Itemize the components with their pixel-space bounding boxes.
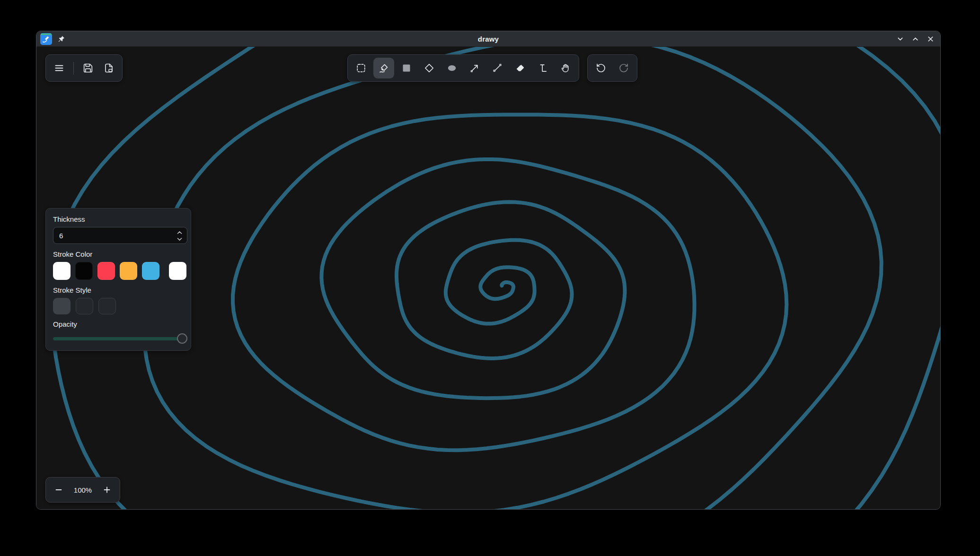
export-button[interactable]	[98, 58, 119, 78]
window-controls	[896, 31, 935, 47]
color-swatch[interactable]	[75, 262, 93, 280]
thickness-spinner	[176, 229, 183, 242]
rectangle-icon	[401, 62, 412, 74]
close-button[interactable]	[926, 35, 935, 43]
zoom-level: 100%	[67, 486, 99, 494]
thickness-input[interactable]	[53, 227, 187, 243]
ellipse-icon	[446, 62, 458, 74]
color-palette	[53, 262, 164, 280]
stroke-style-dashed-button[interactable]	[76, 298, 93, 314]
ellipse-tool-button[interactable]	[441, 58, 462, 78]
stroke-style-dotted-button[interactable]	[98, 298, 116, 314]
hand-icon	[560, 62, 571, 74]
line-icon	[492, 62, 503, 74]
arrow-icon	[469, 62, 480, 74]
text-icon	[537, 62, 548, 74]
undo-button[interactable]	[591, 58, 611, 78]
arrow-tool-button[interactable]	[464, 58, 485, 78]
rectangle-tool-button[interactable]	[396, 58, 417, 78]
close-icon	[927, 35, 935, 43]
diamond-tool-button[interactable]	[419, 58, 440, 78]
stroke-style-solid-button[interactable]	[53, 298, 71, 314]
chevron-up-icon	[177, 231, 182, 235]
color-swatch[interactable]	[97, 262, 115, 280]
app-window: drawy	[36, 31, 941, 510]
hand-tool-button[interactable]	[555, 58, 576, 78]
maximize-icon	[911, 35, 919, 43]
undo-icon	[595, 62, 607, 74]
minimize-icon	[896, 35, 904, 43]
line-tool-button[interactable]	[487, 58, 508, 78]
save-button[interactable]	[78, 58, 98, 78]
opacity-slider[interactable]	[53, 333, 187, 344]
stroke-color-label: Stroke Color	[53, 251, 186, 258]
menu-button[interactable]	[49, 58, 70, 78]
pen-icon	[378, 62, 389, 74]
file-toolbar	[45, 54, 123, 82]
color-swatch[interactable]	[142, 262, 159, 280]
eraser-icon	[514, 62, 526, 74]
minimize-button[interactable]	[896, 35, 905, 43]
history-toolbar	[587, 54, 637, 82]
chevron-down-icon	[177, 237, 182, 241]
thickness-label: Thickness	[53, 216, 186, 223]
redo-icon	[618, 62, 629, 74]
export-icon	[103, 62, 115, 74]
opacity-slider-handle[interactable]	[177, 333, 187, 344]
color-swatch[interactable]	[120, 262, 137, 280]
thickness-decrease-button[interactable]	[176, 236, 183, 242]
window-title: drawy	[36, 35, 940, 43]
tools-toolbar	[347, 54, 579, 82]
stroke-color-row	[53, 262, 186, 280]
zoom-in-button[interactable]	[99, 482, 115, 498]
maximize-button[interactable]	[911, 35, 920, 43]
opacity-slider-fill	[53, 337, 187, 340]
zoom-bar: 100%	[45, 477, 120, 503]
titlebar: drawy	[36, 31, 940, 47]
current-color-swatch[interactable]	[169, 262, 186, 280]
stroke-style-label: Stroke Style	[53, 287, 186, 294]
plus-icon	[102, 485, 112, 495]
text-tool-button[interactable]	[532, 58, 553, 78]
properties-panel: Thickness Stroke Color	[45, 208, 191, 351]
opacity-label: Opacity	[53, 321, 186, 328]
stroke-style-row	[53, 298, 186, 314]
redo-button[interactable]	[613, 58, 634, 78]
save-icon	[82, 62, 94, 74]
diamond-icon	[424, 62, 435, 74]
selection-icon	[355, 62, 367, 74]
toolbar-divider	[73, 62, 74, 75]
thickness-increase-button[interactable]	[176, 229, 183, 235]
zoom-out-button[interactable]	[51, 482, 67, 498]
pen-tool-button[interactable]	[373, 58, 394, 78]
menu-icon	[53, 62, 65, 74]
eraser-tool-button[interactable]	[510, 58, 530, 78]
thickness-input-wrapper	[53, 227, 187, 244]
selection-tool-button[interactable]	[351, 58, 371, 78]
color-swatch[interactable]	[53, 262, 71, 280]
minus-icon	[54, 485, 63, 495]
